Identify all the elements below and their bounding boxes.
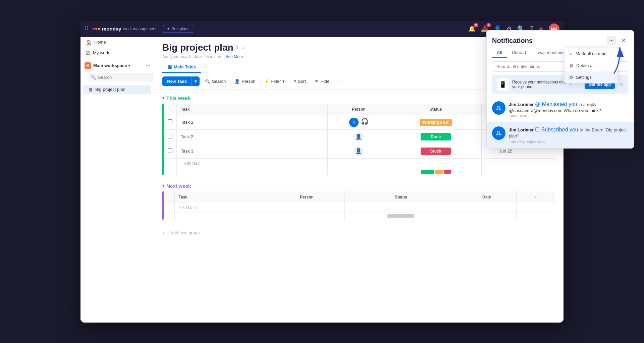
group-this-week-collapse-icon[interactable]: ▾ bbox=[162, 96, 164, 100]
person-toolbar-icon: 👤 bbox=[234, 79, 240, 84]
task3-person[interactable]: 👤 bbox=[328, 144, 390, 158]
hide-button[interactable]: 👁 Hide bbox=[311, 77, 333, 86]
notif-title: Notifications bbox=[492, 37, 604, 45]
dropdown-item-settings[interactable]: ⚙ Settings bbox=[565, 71, 618, 83]
task3-name[interactable]: Task 3 bbox=[177, 144, 328, 158]
settings-icon: ⚙ bbox=[569, 75, 573, 80]
notif-tab-unread[interactable]: Unread bbox=[507, 48, 531, 58]
group-next-week-header: ▾ Next week bbox=[162, 183, 555, 189]
group-next-week-collapse-icon[interactable]: ▾ bbox=[162, 183, 164, 188]
sidebar-item-big-project-plan[interactable]: ▦ Big project plan bbox=[83, 85, 151, 94]
task2-status[interactable]: Done bbox=[390, 129, 481, 144]
this-week-summary-row bbox=[164, 168, 555, 175]
my-work-label: My work bbox=[93, 50, 109, 55]
task1-status[interactable]: Working on it bbox=[390, 115, 481, 129]
sidebar-item-home[interactable]: 🏠 Home bbox=[80, 37, 154, 48]
notif-item-2[interactable]: JL Jim Lorimer ☐ Subscribed you to the B… bbox=[487, 122, 634, 148]
new-task-button[interactable]: New Task ▾ bbox=[162, 76, 200, 86]
summary-bar-orange bbox=[435, 170, 443, 174]
home-label: Home bbox=[94, 40, 106, 45]
notif-header: Notifications ··· ✕ bbox=[487, 31, 634, 45]
search-button[interactable]: 🔍 Search bbox=[202, 77, 229, 86]
see-plans-button[interactable]: ✦ See plans bbox=[163, 25, 193, 33]
info-icon[interactable]: ℹ bbox=[236, 44, 238, 51]
search-toolbar-icon: 🔍 bbox=[205, 79, 210, 84]
workspace-header[interactable]: M Main workspace ▾ ··· bbox=[80, 60, 154, 72]
this-week-add-task-row[interactable]: + Add task bbox=[164, 158, 555, 168]
next-week-summary-row bbox=[164, 213, 555, 220]
checkmark-icon: ✓ bbox=[569, 51, 573, 56]
group-next-week-table-container: Task Person Status Date + bbox=[164, 191, 555, 220]
summary-bar-gray bbox=[387, 214, 414, 218]
task2-person[interactable]: 👤 bbox=[328, 129, 390, 144]
task3-avatar-empty: 👤 bbox=[354, 147, 363, 156]
dropdown-item-delete-all[interactable]: 🗑 Delete all bbox=[565, 60, 618, 71]
notifications-bell-button[interactable]: 🔔 2 bbox=[468, 25, 476, 33]
sort-icon: ≡ bbox=[293, 79, 296, 84]
task2-status-badge: Done bbox=[421, 133, 451, 140]
tab-main-table-label: Main Table bbox=[174, 64, 196, 69]
task3-status[interactable]: Stuck bbox=[390, 144, 481, 158]
logo-sub: work management bbox=[123, 26, 157, 31]
tab-main-table[interactable]: ▦ Main Table bbox=[162, 62, 201, 73]
add-group-label: + Add new group bbox=[167, 230, 200, 235]
notif-sender-row-1: Jim Lorimer @ Mentioned you in a reply bbox=[509, 101, 628, 107]
next-week-add-col-header[interactable]: + bbox=[516, 191, 555, 203]
dropdown-item-mark-read[interactable]: ✓ Mark all as read bbox=[565, 48, 618, 60]
task2-name[interactable]: Task 2 bbox=[177, 129, 328, 144]
notif-content-1: Jim Lorimer @ Mentioned you in a reply @… bbox=[509, 101, 628, 118]
next-week-add-task-row[interactable]: + Add task bbox=[164, 203, 555, 213]
home-icon: 🏠 bbox=[86, 40, 92, 45]
notif-tab-all[interactable]: All bbox=[492, 48, 507, 58]
next-week-header-row: Task Person Status Date + bbox=[164, 191, 555, 203]
task1-headphone-icon: 🎧 bbox=[361, 118, 368, 125]
hide-label: Hide bbox=[321, 79, 330, 84]
person-toolbar-label: Person bbox=[241, 79, 255, 84]
search-sidebar-icon: 🔍 bbox=[91, 75, 96, 80]
notif-item-1[interactable]: JL Jim Lorimer @ Mentioned you in a repl… bbox=[487, 97, 634, 122]
see-plans-label: See plans bbox=[171, 26, 189, 31]
this-week-status-header: Status bbox=[390, 104, 481, 115]
sidebar-search-bar[interactable]: 🔍 bbox=[87, 73, 158, 81]
bell-badge: 2 bbox=[474, 23, 478, 27]
settings-label: Settings bbox=[576, 75, 592, 80]
inbox-badge: 1 bbox=[486, 23, 491, 27]
see-more-link[interactable]: See More bbox=[225, 54, 243, 59]
next-week-person-header: Person bbox=[269, 191, 345, 203]
notif-meta-2: 14m • Big project plan bbox=[509, 140, 628, 144]
this-week-add-task-label[interactable]: + Add task bbox=[177, 158, 328, 168]
see-plans-icon: ✦ bbox=[167, 26, 170, 31]
task3-checkbox[interactable] bbox=[168, 148, 172, 153]
workspace-caret-icon: ▾ bbox=[128, 63, 130, 68]
my-work-icon: ☑ bbox=[86, 50, 90, 56]
search-sidebar-input[interactable] bbox=[98, 75, 154, 80]
person-button[interactable]: 👤 Person bbox=[231, 77, 259, 86]
task1-checkbox[interactable] bbox=[168, 119, 172, 124]
task1-avatar: JL bbox=[349, 118, 359, 127]
grid-icon[interactable]: ⠿ bbox=[85, 25, 89, 32]
sidebar-item-my-work[interactable]: ☑ My work bbox=[80, 48, 154, 58]
group-next-week-table-wrapper: Task Person Status Date + bbox=[162, 191, 555, 220]
filter-button[interactable]: ⚡ Filter ▾ bbox=[261, 77, 288, 86]
more-toolbar-icon[interactable]: ··· bbox=[336, 78, 341, 84]
notif-avatar-2: JL bbox=[492, 126, 505, 140]
logo-dot-yellow bbox=[98, 28, 100, 30]
notif-more-button[interactable]: ··· bbox=[607, 36, 616, 45]
get-app-close-icon[interactable]: ✕ bbox=[620, 82, 624, 87]
workspace-more-icon[interactable]: ··· bbox=[146, 63, 150, 68]
workspace-icon: M bbox=[85, 62, 91, 69]
filter-label: Filter bbox=[271, 79, 281, 84]
star-icon[interactable]: ☆ bbox=[241, 44, 246, 51]
task1-person[interactable]: JL 🎧 bbox=[328, 115, 390, 129]
task2-checkbox[interactable] bbox=[168, 134, 172, 138]
add-new-group-button[interactable]: + + Add new group bbox=[162, 228, 555, 238]
notif-close-button[interactable]: ✕ bbox=[619, 36, 628, 45]
task2-avatar-empty: 👤 bbox=[354, 132, 363, 141]
tab-add-button[interactable]: + bbox=[201, 62, 210, 72]
task1-name[interactable]: Task 1 bbox=[177, 115, 328, 129]
new-task-dropdown-icon[interactable]: ▾ bbox=[192, 76, 200, 86]
next-week-add-task-label[interactable]: + Add task bbox=[174, 203, 269, 213]
group-next-week-title: Next week bbox=[166, 183, 191, 189]
sort-button[interactable]: ≡ Sort bbox=[290, 77, 309, 86]
notif-sender-2: Jim Lorimer bbox=[509, 127, 535, 132]
